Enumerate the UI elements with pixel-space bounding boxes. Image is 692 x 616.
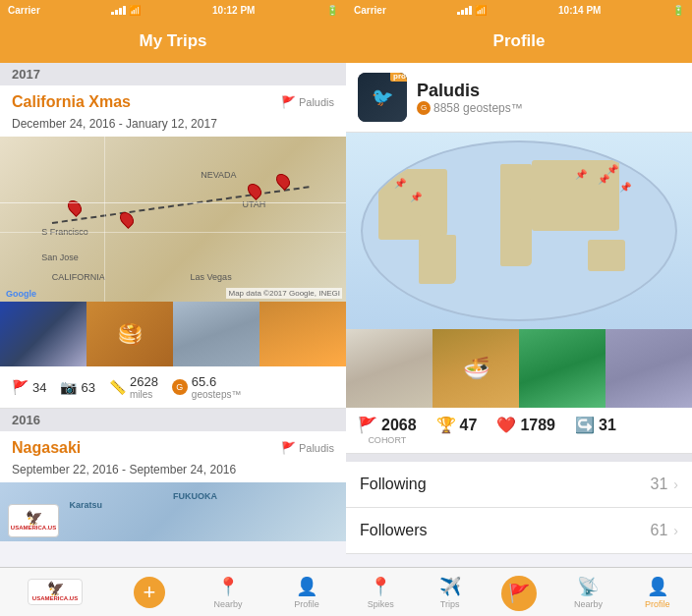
nearby-tab-label: Nearby <box>213 599 242 609</box>
profile-photo-1 <box>346 329 432 408</box>
profile-tab-label: Profile <box>294 599 319 609</box>
nearby-right-tab-label: Nearby <box>574 599 603 609</box>
trips-tab-icon: ✈️ <box>439 576 461 597</box>
profile-photo-4 <box>606 329 692 408</box>
world-pin-1: 📌 <box>410 192 422 202</box>
tab-usamerica[interactable]: 🦅 USAMERICA.US <box>0 568 110 616</box>
flag-tab-active-bg: 🚩 <box>501 576 537 611</box>
photo-thumb-3 <box>173 302 260 366</box>
lasvegas-label: Las Vegas <box>191 272 232 282</box>
stat-flags: 🚩 34 <box>12 379 46 395</box>
tab-profile-left[interactable]: 👤 Profile <box>267 568 346 616</box>
flag-icon-small: 🚩 <box>281 95 296 109</box>
map-pin-1 <box>65 197 85 217</box>
california-map-bg: NEVADA UTAH S Francisco San Jose CALIFOR… <box>0 137 346 302</box>
cohort-icon: 🚩 <box>358 416 377 434</box>
utah-label: UTAH <box>242 199 265 209</box>
trip-dates-nagasaki: September 22, 2016 - September 24, 2016 <box>0 461 346 482</box>
road-v1 <box>104 137 105 302</box>
spikes-tab-icon: 📍 <box>370 576 391 597</box>
flag-icon-nagasaki: 🚩 <box>281 441 296 455</box>
left-status-bar: Carrier 📶 10:12 PM 🔋 <box>0 0 346 20</box>
nagasaki-map: Karatsu FUKUOKA Hiroshi 🦅 USAMERICA.US <box>0 482 346 541</box>
tab-add[interactable]: + <box>110 568 189 616</box>
followers-count: 61 <box>651 522 668 539</box>
left-topbar: My Trips <box>0 20 346 63</box>
stat-heart-group: ❤️ 1789 <box>496 416 555 434</box>
flag-stat-icon: 🚩 <box>12 379 29 395</box>
tab-profile-right[interactable]: 👤 Profile <box>623 568 692 616</box>
left-signal-icon <box>111 5 126 15</box>
trip-dates-california: December 24, 2016 - January 12, 2017 <box>0 115 346 137</box>
road-h2 <box>0 232 346 233</box>
cohort-value: 2068 <box>381 417 417 434</box>
heart-icon: ❤️ <box>496 416 516 434</box>
world-pin-2: 📌 <box>394 178 406 189</box>
trips-tab-label: Trips <box>440 599 460 609</box>
trip-header-nagasaki: Nagasaki 🚩 Paludis <box>0 431 346 461</box>
photo-thumb-4 <box>260 302 346 366</box>
nerw-logo: 🐦 <box>372 86 393 108</box>
stat-heart-row: ❤️ 1789 <box>496 416 555 434</box>
cohort-label: COHORT <box>368 435 406 445</box>
stat-trophy-row: 🏆 47 <box>436 416 478 434</box>
world-pin-4: 📌 <box>619 182 631 193</box>
right-battery-icon: 🔋 <box>672 5 684 16</box>
europe <box>500 164 532 203</box>
trip-stats-california: 🚩 34 📷 63 📏 2628 miles G 65.6 geosteps™ <box>0 366 346 408</box>
tab-flag-right[interactable]: 🚩 <box>485 568 553 616</box>
tab-nearby-left[interactable]: 📍 Nearby <box>189 568 267 616</box>
profile-photo-3 <box>519 329 606 408</box>
trophy-value: 47 <box>460 417 478 434</box>
trip-user-nagasaki: 🚩 Paludis <box>281 441 334 455</box>
left-tab-bar: 🦅 USAMERICA.US + 📍 Nearby 👤 Profile <box>0 567 346 616</box>
world-map-bg: 📌 📌 📌 📌 📌 📌 <box>346 133 692 329</box>
profile-right-tab-label: Profile <box>645 599 670 609</box>
geosteps-value: 8858 geosteps™ <box>433 101 523 115</box>
stat-geosteps-value: 65.6 <box>192 374 242 389</box>
stat-miles-label: miles <box>130 389 158 400</box>
stat-miles: 📏 2628 miles <box>109 374 158 400</box>
followers-right: 61 › <box>651 522 678 539</box>
photo-strip-california: 🥞 <box>0 302 346 366</box>
followers-row[interactable]: Followers 61 › <box>346 508 692 554</box>
south-america <box>419 235 456 284</box>
photo-thumb-1 <box>0 302 86 366</box>
following-label: Following <box>360 476 427 493</box>
right-carrier: Carrier <box>354 5 386 16</box>
tab-spikes[interactable]: 📍 Spikes <box>346 568 415 616</box>
profile-tab-icon: 👤 <box>296 576 317 597</box>
world-pin-6: 📌 <box>575 169 587 180</box>
road-h1 <box>0 202 346 203</box>
stat-geosteps: G 65.6 geosteps™ <box>172 374 242 400</box>
photo-thumb-2: 🥞 <box>86 302 173 366</box>
australia <box>588 240 625 271</box>
spikes-tab-label: Spikes <box>368 599 394 609</box>
nearby-tab-icon: 📍 <box>217 576 239 597</box>
google-logo: Google <box>6 289 36 299</box>
following-row[interactable]: Following 31 › <box>346 462 692 508</box>
flag-tab-icon: 🚩 <box>508 583 530 604</box>
trip-card-california[interactable]: California Xmas 🚩 Paludis December 24, 2… <box>0 85 346 409</box>
trip-card-nagasaki[interactable]: Nagasaki 🚩 Paludis September 22, 2016 - … <box>0 431 346 541</box>
stat-share-row: ↪️ 31 <box>575 416 616 434</box>
tab-trips-right[interactable]: ✈️ Trips <box>415 568 484 616</box>
left-battery-icon: 🔋 <box>326 5 338 16</box>
heart-value: 1789 <box>520 417 555 434</box>
stat-flags-value: 34 <box>32 380 46 395</box>
trip-header-california: California Xmas 🚩 Paludis <box>0 85 346 115</box>
following-right: 31 › <box>651 476 678 493</box>
map-pin-4 <box>273 171 293 191</box>
usa-america-text: USAMERICA.US <box>11 525 56 532</box>
tab-nearby-right[interactable]: 📡 Nearby <box>553 568 622 616</box>
stat-geosteps-label: geosteps™ <box>192 389 242 400</box>
geosteps-circle-icon: G <box>417 101 431 115</box>
stat-cohort-row: 🚩 2068 <box>358 416 417 434</box>
profile-logo: 🐦 pro <box>358 73 407 122</box>
section-2016: 2016 <box>0 409 346 431</box>
trophy-icon: 🏆 <box>436 416 456 434</box>
add-icon[interactable]: + <box>134 577 165 608</box>
left-panel: Carrier 📶 10:12 PM 🔋 My Trips 2017 Calif… <box>0 0 346 616</box>
share-icon: ↪️ <box>575 416 595 434</box>
pro-badge: pro <box>390 73 407 82</box>
